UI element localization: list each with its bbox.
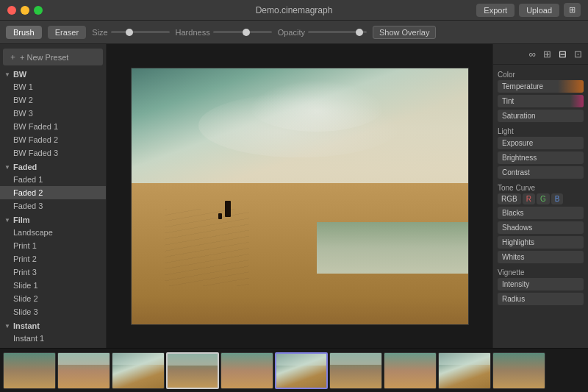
highlights-slider[interactable]: Highlights bbox=[498, 236, 584, 249]
radius-slider[interactable]: Radius bbox=[498, 293, 584, 305]
filmstrip-frame-8[interactable] bbox=[438, 352, 491, 389]
canvas-area[interactable] bbox=[107, 44, 492, 348]
preset-bw3[interactable]: BW 3 bbox=[0, 107, 106, 120]
intensity-row: Intensity bbox=[498, 278, 584, 291]
tone-rgb-button[interactable]: RGB bbox=[498, 193, 521, 204]
opacity-slider-group: Opacity bbox=[278, 28, 367, 37]
preset-bw-faded1[interactable]: BW Faded 1 bbox=[0, 120, 106, 133]
filmstrip-frame-0[interactable] bbox=[3, 352, 56, 389]
hardness-label: Hardness bbox=[176, 28, 210, 37]
frame-bg-4 bbox=[221, 353, 273, 388]
preset-bw1[interactable]: BW 1 bbox=[0, 80, 106, 93]
grid-icon-button[interactable]: ⊞ bbox=[542, 47, 553, 61]
window-title: Demo.cinemagraph bbox=[256, 5, 333, 15]
crop-icon-button[interactable]: ⊡ bbox=[573, 47, 584, 61]
preset-instant1[interactable]: Instant 1 bbox=[0, 332, 106, 345]
saturation-slider[interactable]: Saturation bbox=[498, 110, 584, 122]
filmstrip-frame-9[interactable] bbox=[492, 352, 545, 389]
opacity-thumb[interactable] bbox=[356, 29, 363, 36]
maximize-dot[interactable] bbox=[34, 6, 43, 15]
main-layout: ＋ + New Preset ▼ BW BW 1 BW 2 BW 3 BW Fa… bbox=[0, 44, 588, 348]
shadows-slider[interactable]: Shadows bbox=[498, 221, 584, 234]
loop-icon-button[interactable]: ∞ bbox=[528, 47, 537, 61]
section-label-bw: BW bbox=[13, 70, 26, 79]
new-preset-button[interactable]: ＋ + New Preset bbox=[3, 49, 103, 65]
titlebar: Demo.cinemagraph Export Upload ⊞ bbox=[0, 0, 588, 21]
preset-bw-faded3[interactable]: BW Faded 3 bbox=[0, 146, 106, 160]
sidebar-section-bw[interactable]: ▼ BW bbox=[0, 67, 106, 80]
temperature-slider[interactable]: Temperature bbox=[498, 80, 584, 93]
sidebar-section-film[interactable]: ▼ Film bbox=[0, 213, 106, 226]
blacks-row: Blacks bbox=[498, 207, 584, 219]
preset-faded2[interactable]: Faded 2 bbox=[0, 186, 106, 199]
filmstrip-frame-3[interactable] bbox=[166, 352, 219, 389]
right-panel: ∞ ⊞ ⊟ ⊡ Color Temperature Tint Saturatio… bbox=[492, 44, 588, 348]
filmstrip bbox=[0, 348, 588, 392]
frame-bg-9 bbox=[493, 353, 545, 388]
upload-button[interactable]: Upload bbox=[519, 4, 559, 17]
frame-overlay-6 bbox=[330, 353, 381, 366]
radius-row: Radius bbox=[498, 293, 584, 305]
size-thumb[interactable] bbox=[126, 29, 133, 36]
hardness-slider-group: Hardness bbox=[176, 28, 272, 37]
frame-overlay-3 bbox=[168, 354, 218, 366]
filmstrip-frame-6[interactable] bbox=[329, 352, 382, 389]
sidebar-section-instant[interactable]: ▼ Instant bbox=[0, 318, 106, 332]
preset-bw-faded2[interactable]: BW Faded 2 bbox=[0, 133, 106, 146]
preset-print2[interactable]: Print 2 bbox=[0, 252, 106, 266]
preset-instant2[interactable]: Instant 2 bbox=[0, 345, 106, 348]
temperature-row: Temperature bbox=[498, 80, 584, 93]
brush-tool-button[interactable]: Brush bbox=[6, 26, 42, 39]
shadows-row: Shadows bbox=[498, 221, 584, 234]
preset-slide2[interactable]: Slide 2 bbox=[0, 292, 106, 305]
filmstrip-frame-1[interactable] bbox=[57, 352, 110, 389]
contrast-slider[interactable]: Contrast bbox=[498, 166, 584, 179]
contrast-row: Contrast bbox=[498, 166, 584, 179]
close-dot[interactable] bbox=[7, 6, 16, 15]
preset-slide3[interactable]: Slide 3 bbox=[0, 305, 106, 318]
panel-content: Color Temperature Tint Saturation Light … bbox=[493, 65, 588, 348]
photo-border bbox=[131, 68, 469, 325]
tint-slider[interactable]: Tint bbox=[498, 95, 584, 107]
brightness-slider[interactable]: Brightness bbox=[498, 152, 584, 164]
photo-background bbox=[131, 68, 469, 325]
hardness-thumb[interactable] bbox=[243, 29, 250, 36]
tone-curve-label: Tone Curve bbox=[498, 181, 584, 193]
sliders-icon-button[interactable]: ⊟ bbox=[557, 47, 568, 61]
panel-icon-row: ∞ ⊞ ⊟ ⊡ bbox=[493, 44, 588, 65]
tone-r-button[interactable]: R bbox=[523, 193, 535, 204]
preset-print1[interactable]: Print 1 bbox=[0, 239, 106, 252]
triangle-icon-instant: ▼ bbox=[4, 323, 10, 329]
sidebar-section-faded[interactable]: ▼ Faded bbox=[0, 160, 106, 173]
brightness-row: Brightness bbox=[498, 152, 584, 164]
whites-row: Whites bbox=[498, 251, 584, 263]
intensity-slider[interactable]: Intensity bbox=[498, 278, 584, 291]
tone-g-button[interactable]: G bbox=[537, 193, 550, 204]
new-preset-label: + New Preset bbox=[20, 53, 68, 62]
presets-sidebar: ＋ + New Preset ▼ BW BW 1 BW 2 BW 3 BW Fa… bbox=[0, 44, 107, 348]
filmstrip-frame-2[interactable] bbox=[112, 352, 165, 389]
blacks-slider[interactable]: Blacks bbox=[498, 207, 584, 219]
filmstrip-frame-4[interactable] bbox=[220, 352, 273, 389]
frame-bg-0 bbox=[4, 353, 55, 388]
whites-slider[interactable]: Whites bbox=[498, 251, 584, 263]
export-button[interactable]: Export bbox=[476, 4, 514, 17]
filmstrip-frame-5[interactable] bbox=[275, 352, 328, 389]
show-overlay-button[interactable]: Show Overlay bbox=[373, 26, 436, 39]
eraser-tool-button[interactable]: Eraser bbox=[48, 26, 86, 39]
filmstrip-frame-7[interactable] bbox=[384, 352, 437, 389]
preset-bw2[interactable]: BW 2 bbox=[0, 93, 106, 107]
preset-slide1[interactable]: Slide 1 bbox=[0, 279, 106, 292]
exposure-slider[interactable]: Exposure bbox=[498, 137, 584, 149]
settings-icon-button[interactable]: ⊞ bbox=[564, 3, 581, 17]
toolbar: Brush Eraser Size Hardness Opacity Show … bbox=[0, 21, 588, 44]
opacity-label: Opacity bbox=[278, 28, 305, 37]
preset-landscape[interactable]: Landscape bbox=[0, 226, 106, 239]
preset-faded1[interactable]: Faded 1 bbox=[0, 173, 106, 186]
frame-overlay-5 bbox=[276, 354, 326, 366]
preset-faded3[interactable]: Faded 3 bbox=[0, 199, 106, 213]
preset-print3[interactable]: Print 3 bbox=[0, 266, 106, 279]
tone-b-button[interactable]: B bbox=[551, 193, 564, 204]
triangle-icon-bw: ▼ bbox=[4, 71, 10, 78]
minimize-dot[interactable] bbox=[21, 6, 29, 15]
